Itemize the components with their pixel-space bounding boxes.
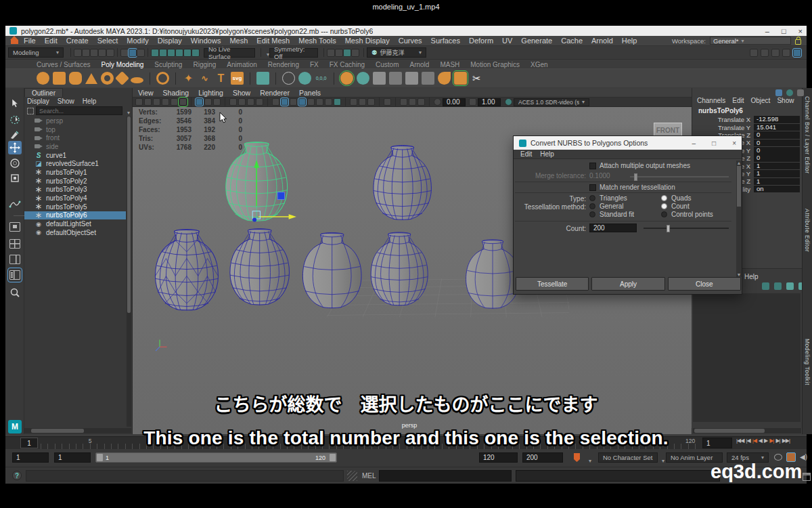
lock-icon[interactable] [795, 39, 801, 45]
select-object-icon[interactable] [129, 49, 137, 57]
type-radio-option[interactable]: Triangles [589, 194, 661, 202]
film-gate-icon[interactable] [316, 98, 323, 106]
bookmark-icon[interactable] [153, 98, 160, 106]
multi-cut-icon[interactable] [357, 72, 369, 85]
charset-caret[interactable] [586, 453, 591, 465]
shelf-tab[interactable]: Arnold [409, 61, 429, 68]
type-radio-option[interactable]: Quads [661, 194, 733, 202]
time-icon[interactable] [298, 72, 311, 85]
calculator-icon[interactable] [256, 72, 269, 85]
shelf-tab[interactable]: FX [310, 61, 319, 68]
menu-item[interactable]: Edit Mesh [256, 37, 290, 45]
hypergraph-icon[interactable] [775, 89, 782, 96]
shelf-tab[interactable]: MASH [440, 61, 459, 68]
channel-attribute-value[interactable]: 0 [754, 140, 800, 147]
poly-disc-icon[interactable] [131, 77, 143, 83]
channel-box-menu-item[interactable]: Show [777, 97, 794, 104]
viewport-menu-item[interactable]: Show [233, 89, 250, 97]
minimize-button[interactable]: – [765, 27, 769, 35]
shelf-tab[interactable]: Custom [376, 61, 399, 68]
search-input[interactable] [36, 106, 122, 115]
sidebar-toggle-icon[interactable] [793, 49, 801, 57]
mute-audio-icon[interactable]: ◀) [800, 453, 807, 461]
layout-single-pane-icon[interactable] [8, 220, 22, 234]
shadows-icon[interactable] [238, 98, 246, 106]
viewport-menu-item[interactable]: Panels [299, 89, 321, 97]
count-field[interactable]: 200 [589, 224, 637, 232]
menu-item[interactable]: Deform [469, 37, 493, 45]
poly-cube-icon[interactable] [53, 72, 66, 85]
select-component-icon[interactable] [137, 49, 145, 57]
method-radio-option[interactable]: Standard fit [589, 211, 661, 218]
channel-box-menu-item[interactable]: Object [751, 97, 771, 104]
poly-cone-icon[interactable] [85, 73, 97, 84]
animation-start-field[interactable]: 1 [12, 452, 49, 463]
dialog-button[interactable]: Close [668, 277, 741, 291]
save-scene-icon[interactable] [90, 49, 98, 57]
mirror-icon[interactable] [389, 72, 402, 85]
colorspace-dropdown[interactable]: ACES 1.0 SDR-video (sRGB) [514, 98, 589, 106]
shelf-tab[interactable]: Curves / Surfaces [37, 61, 90, 68]
menu-item[interactable]: Arnold [591, 37, 613, 45]
quad-draw-icon[interactable] [340, 72, 353, 85]
boolean-union-icon[interactable] [373, 72, 386, 85]
render-view-icon[interactable] [786, 89, 793, 96]
copy-view-icon[interactable] [400, 98, 407, 106]
menu-item[interactable]: Mesh Display [345, 37, 390, 45]
outliner-item[interactable]: side [24, 142, 126, 151]
playback-start-field[interactable]: 1 [54, 452, 91, 463]
snap-point-icon[interactable] [167, 49, 175, 57]
platonic-solid-icon[interactable] [156, 72, 169, 85]
vase-mesh-triangulated[interactable] [155, 230, 218, 311]
select-camera-icon[interactable] [384, 98, 391, 106]
menu-item[interactable]: Modify [127, 37, 148, 45]
viewport-menu-item[interactable]: Lighting [198, 89, 223, 97]
method-radio-option[interactable]: Count [661, 203, 733, 210]
poly-cylinder-icon[interactable] [69, 72, 82, 85]
origin-coords-icon[interactable]: 0,0,0 [315, 72, 328, 85]
symmetry-field[interactable]: Symmetry: Off [269, 48, 318, 58]
lasso-tool-icon[interactable] [8, 112, 22, 126]
vase-mesh-quads-1[interactable] [230, 229, 290, 305]
channel-box-object-name[interactable]: nurbsToPoly6 [698, 107, 743, 114]
vase-mesh-top-right[interactable] [374, 146, 431, 220]
shelf-tab[interactable]: Animation [227, 61, 256, 68]
maximize-button[interactable]: □ [782, 27, 786, 35]
channel-attribute-value[interactable]: 0 [754, 131, 800, 139]
menu-item[interactable]: Windows [191, 37, 221, 45]
script-editor-icon[interactable] [803, 473, 811, 481]
shaded-icon[interactable] [204, 98, 212, 106]
plugin-icon-1[interactable] [350, 98, 357, 106]
home-icon[interactable] [11, 37, 18, 44]
vase-mesh-sparse-2[interactable] [466, 240, 520, 309]
dialog-scrollbar[interactable]: ▲▼ [736, 161, 742, 277]
set-key-icon[interactable] [574, 453, 580, 462]
poly-plane-icon[interactable] [115, 71, 129, 85]
shelf-tab[interactable]: Poly Modeling [101, 61, 143, 68]
undo-icon[interactable] [98, 49, 106, 57]
animlayer-caret[interactable] [659, 453, 664, 465]
user-account-dropdown[interactable]: ⚉伊藤克洋 [367, 47, 426, 58]
ipr-render-icon[interactable] [335, 49, 343, 57]
method-radio-option[interactable]: General [589, 203, 661, 210]
merge-tolerance-value[interactable]: 0.1000 [589, 172, 623, 179]
select-tool-icon[interactable] [8, 96, 22, 110]
new-scene-icon[interactable] [74, 49, 82, 57]
channel-attribute-value[interactable]: on [754, 186, 800, 193]
dialog-menu-item[interactable]: Edit [520, 150, 532, 158]
layout-two-pane-icon[interactable] [8, 253, 22, 266]
snapshot-icon[interactable] [418, 98, 425, 106]
menu-item[interactable]: Cache [561, 37, 583, 45]
menu-item[interactable]: Create [66, 37, 89, 45]
shelf-tab[interactable]: Sculpting [154, 61, 182, 68]
viewport-sphere-icon[interactable] [334, 98, 341, 106]
side-tab[interactable]: Channel Box / Layer Editor [804, 96, 811, 174]
pause-icon[interactable] [351, 49, 359, 57]
scissors-icon[interactable]: ✂ [470, 72, 483, 85]
render-icon[interactable] [327, 49, 335, 57]
rotate-tool-icon[interactable] [8, 156, 22, 170]
side-tab[interactable]: Attribute Editor [804, 209, 811, 252]
paste-view-icon[interactable] [409, 98, 416, 106]
render-settings-icon[interactable] [343, 49, 351, 57]
use-default-material-icon[interactable] [229, 98, 237, 106]
